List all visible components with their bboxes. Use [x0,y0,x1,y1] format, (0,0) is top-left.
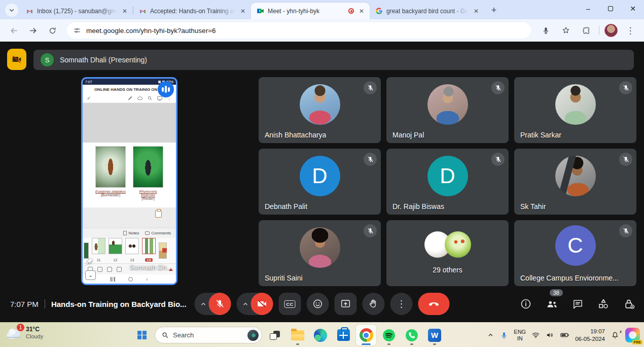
more-options-button[interactable]: ⋮ [390,293,413,315]
chrome-menu-icon[interactable]: ⋮ [623,23,638,38]
leave-call-button[interactable] [418,293,450,315]
chrome-button[interactable] [356,325,376,345]
expand-button[interactable]: ⌄ [85,270,96,280]
meeting-details-button[interactable] [519,297,532,310]
maximize-button[interactable] [599,0,622,17]
back-nav-icon[interactable]: ‹ [146,276,148,282]
microsoft-store-button[interactable] [333,325,353,345]
new-tab-button[interactable]: + [487,4,500,17]
camera-off-warning-icon[interactable] [7,49,26,70]
bookmark-star-icon[interactable] [558,23,574,38]
site-settings-icon[interactable] [73,26,81,34]
reactions-button[interactable] [307,293,329,315]
meeting-time: 7:07 PM [10,300,39,308]
profile-avatar[interactable] [604,24,618,37]
task-view-button[interactable] [265,325,285,345]
whatsapp-button[interactable] [402,325,422,345]
mic-options-chevron[interactable] [198,293,209,315]
raise-hand-button[interactable] [363,293,385,315]
forward-button[interactable] [25,23,41,38]
slide-thumb[interactable]: 11 [92,238,105,263]
notification-bell-icon[interactable]: z [611,331,620,340]
start-button[interactable] [132,325,152,345]
notes-button[interactable]: Notes [123,231,139,235]
language-indicator[interactable]: ENG IN [514,329,526,341]
extensions-icon[interactable] [579,23,594,38]
close-icon[interactable]: ✕ [472,7,480,15]
taskbar-search[interactable]: Search [155,327,262,343]
close-icon[interactable]: ✕ [357,7,366,15]
participant-tile[interactable]: D Debnath Palit [259,149,381,215]
gmail-icon [138,7,147,15]
edge-button[interactable] [310,325,331,345]
participant-tile[interactable]: Supriti Saini [259,220,381,286]
camera-toggle-button[interactable] [251,293,273,315]
participant-tile[interactable]: Sk Tahir [514,149,636,215]
image-tool-icon[interactable] [107,267,112,272]
others-tile[interactable]: 29 others [386,220,509,286]
host-controls-button[interactable] [623,297,636,310]
participant-name: Debnath Palit [265,202,307,211]
reload-button[interactable] [45,23,60,38]
weather-widget[interactable]: 1 31°C Cloudy [5,325,43,340]
comment-tool-icon[interactable] [97,267,102,272]
search-icon[interactable] [147,95,153,101]
people-panel-button[interactable]: 38 [545,297,558,310]
participant-tile[interactable]: Manoj Pal [386,77,509,143]
recents-icon[interactable] [111,277,115,282]
species-name: Euagoras plagiatus [95,190,126,193]
file-explorer-button[interactable] [288,325,308,345]
participant-tile[interactable]: D Dr. Rajib Biswas [386,149,509,215]
tab-bird-count[interactable]: great backyard bird count - Goo ✕ [370,3,484,19]
tab-calendar-accepted[interactable]: Accepted: Hands-on Training on ✕ [133,3,251,19]
slide-thumb[interactable]: 13 [125,238,139,263]
address-bar[interactable]: meet.google.com/yhn-tyhi-byk?authuser=6 [67,22,531,39]
captions-button[interactable]: CC [279,293,301,315]
close-window-button[interactable]: ✕ [622,0,644,17]
image-tool-icon[interactable] [117,267,122,272]
back-button[interactable] [6,23,21,38]
pen-icon[interactable] [127,95,133,101]
cloud-icon[interactable] [137,95,143,101]
battery-icon[interactable] [560,330,569,340]
copilot-button[interactable]: PRE [625,328,640,342]
home-icon[interactable] [128,277,133,282]
voice-search-icon[interactable] [538,23,553,38]
slide-thumb[interactable]: 12 [109,238,122,263]
activities-button[interactable] [597,297,610,310]
clock-date[interactable]: 19:07 06-05-2024 [575,328,605,343]
chrome-icon [360,328,373,342]
hidden-icons-chevron[interactable] [487,331,494,339]
taskbar-center: Search W [132,325,445,345]
present-now-button[interactable] [335,293,357,315]
camera-options-chevron[interactable] [240,293,251,315]
volume-icon[interactable] [546,331,554,339]
search-camera-thumbnail[interactable] [246,329,260,342]
tab-search-button[interactable] [5,4,18,17]
mic-in-use-icon[interactable] [500,331,508,339]
mic-toggle-button[interactable] [209,293,231,315]
meet-control-bar: 7:07 PM Hands-on Training on Backyard Bi… [0,286,644,322]
comments-button[interactable]: Comments [145,231,171,235]
participant-name: Sk Tahir [520,202,546,211]
participant-tile[interactable]: Anish Bhattacharya [259,77,381,143]
tab-meet-active[interactable]: Meet - yhn-tyhi-byk ✕ [251,3,370,19]
participant-name: Supriti Saini [265,274,303,282]
meeting-title: Hands-on Training on Backyard Bio... [51,300,187,308]
shared-screen-tile[interactable]: 7:07 72% ONLINE HANDS ON TRAINIG ON NA ✓… [81,77,177,285]
slide-content: Euagoras plagiatus (Burmeister) Rhynocor… [83,143,176,207]
weather-cloud-icon: 1 [5,325,22,340]
close-icon[interactable]: ✕ [239,7,247,15]
chat-panel-button[interactable] [571,297,584,310]
minimize-button[interactable]: – [577,0,599,17]
word-button[interactable]: W [424,325,445,345]
slide-thumb-active[interactable]: 14 [142,238,156,263]
close-icon[interactable]: ✕ [121,7,129,15]
participant-tile[interactable]: Pratik Sarkar [514,77,636,143]
spotify-button[interactable] [379,325,399,345]
wifi-icon[interactable] [531,331,540,339]
mic-off-icon [491,153,505,166]
participant-tile[interactable]: C College Campus Envioronme... [514,220,636,286]
tab-gmail-inbox[interactable]: Inbox (1,725) - sanuban@gmail ✕ [20,3,133,19]
check-icon[interactable]: ✓ [87,95,91,101]
